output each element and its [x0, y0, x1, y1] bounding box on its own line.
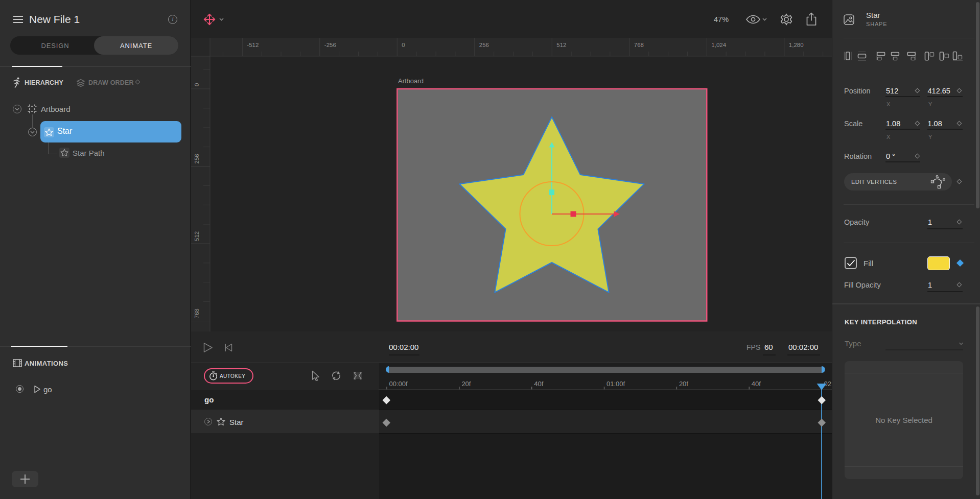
svg-text:00:00f: 00:00f [389, 380, 408, 388]
svg-text:0: 0 [402, 42, 405, 48]
svg-text:20f: 20f [679, 380, 688, 388]
svg-text:-256: -256 [324, 42, 336, 48]
svg-text:01:00f: 01:00f [606, 380, 625, 388]
svg-text:256: 256 [194, 154, 200, 163]
svg-text:512: 512 [194, 231, 200, 241]
svg-text:Artboard: Artboard [398, 77, 424, 85]
svg-text:40f: 40f [752, 380, 761, 388]
svg-text:256: 256 [479, 42, 489, 48]
svg-text:-512: -512 [247, 42, 259, 48]
svg-text:40f: 40f [534, 380, 543, 388]
svg-text:20f: 20f [461, 380, 471, 388]
svg-text:768: 768 [634, 42, 644, 48]
svg-text:512: 512 [556, 42, 566, 48]
svg-text:1,280: 1,280 [789, 42, 804, 48]
svg-text:1,024: 1,024 [711, 42, 726, 48]
svg-text:0: 0 [194, 83, 200, 86]
svg-text:768: 768 [194, 308, 200, 318]
